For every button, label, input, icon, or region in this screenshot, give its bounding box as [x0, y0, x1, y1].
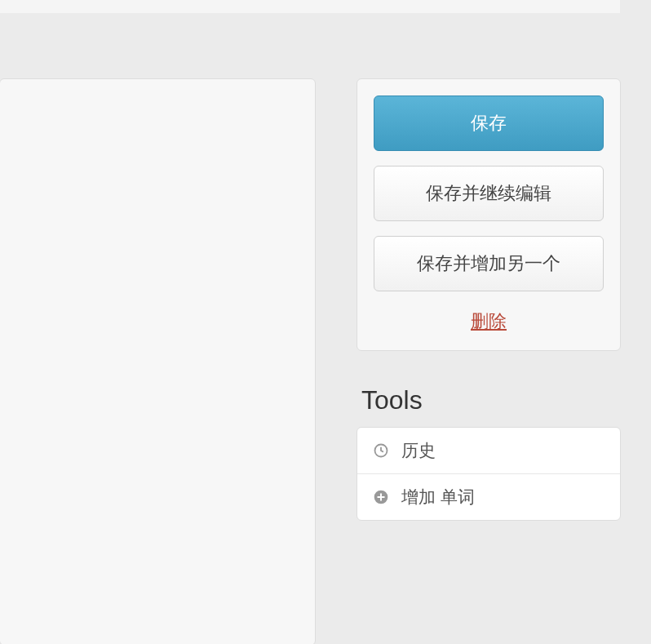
tools-item-add[interactable]: 增加 单词: [357, 473, 620, 520]
tools-heading: Tools: [356, 385, 621, 415]
content-area: 保存 保存并继续编辑 保存并增加另一个 删除 Tools 历史: [0, 13, 651, 644]
save-continue-button[interactable]: 保存并继续编辑: [374, 166, 604, 221]
top-bar: [0, 0, 620, 13]
actions-card: 保存 保存并继续编辑 保存并增加另一个 删除: [356, 78, 621, 351]
tools-item-history[interactable]: 历史: [357, 428, 620, 473]
tools-item-label: 历史: [401, 439, 436, 462]
sidebar: 保存 保存并继续编辑 保存并增加另一个 删除 Tools 历史: [356, 78, 621, 644]
save-add-another-button[interactable]: 保存并增加另一个: [374, 236, 604, 291]
delete-link[interactable]: 删除: [374, 309, 604, 334]
main-form-card: [0, 78, 316, 644]
tools-list: 历史 增加 单词: [356, 427, 621, 521]
save-button[interactable]: 保存: [374, 95, 604, 151]
clock-icon: [372, 442, 390, 460]
plus-circle-icon: [372, 488, 390, 506]
tools-item-label: 增加 单词: [401, 486, 475, 509]
